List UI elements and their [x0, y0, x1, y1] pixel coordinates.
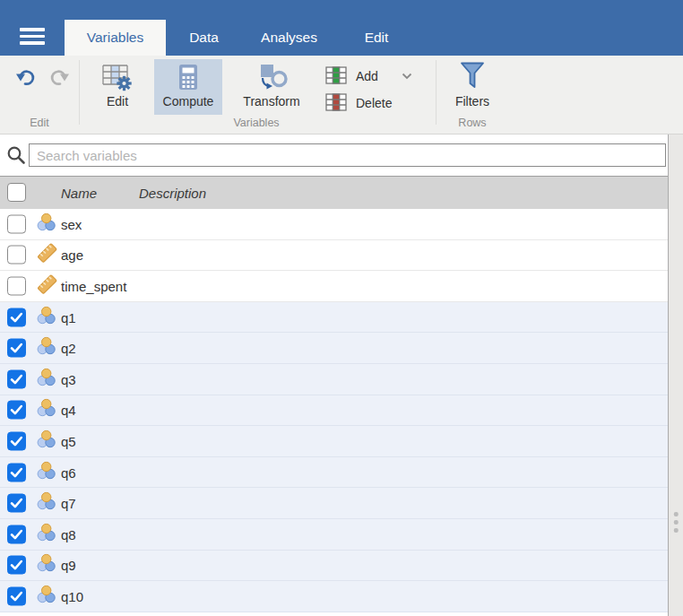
- variable-row[interactable]: q3: [0, 364, 668, 395]
- tab-edit[interactable]: Edit: [336, 20, 417, 56]
- table-header-row: Name Description: [0, 176, 668, 209]
- variable-name: q2: [61, 341, 76, 356]
- transform-button-label: Transform: [243, 94, 299, 108]
- checkmark-icon: [8, 370, 25, 387]
- row-checkbox[interactable]: [7, 401, 26, 420]
- add-table-icon: [325, 66, 347, 87]
- edit-grid-gear-icon: [102, 59, 133, 91]
- tab-data[interactable]: Data: [166, 20, 242, 56]
- hamburger-menu-icon[interactable]: [20, 28, 45, 48]
- redo-button[interactable]: [47, 69, 70, 89]
- splitter-grip-icon[interactable]: [674, 512, 679, 536]
- panel-splitter[interactable]: [668, 134, 683, 616]
- variable-name: age: [61, 247, 83, 263]
- search-variables-input[interactable]: [29, 143, 666, 167]
- calculator-icon: [177, 59, 199, 91]
- row-checkbox[interactable]: [7, 339, 26, 358]
- checkmark-icon: [8, 402, 25, 419]
- toolbar-divider: [436, 60, 437, 125]
- select-all-checkbox[interactable]: [7, 183, 26, 202]
- nominal-icon: [37, 554, 56, 577]
- nominal-icon: [37, 213, 56, 235]
- nominal-icon: [37, 399, 56, 421]
- row-checkbox[interactable]: [7, 214, 26, 233]
- variable-name: q1: [61, 309, 76, 325]
- transform-variable-button[interactable]: Transform: [229, 59, 314, 108]
- checkmark-icon: [8, 308, 25, 325]
- nominal-icon: [37, 523, 56, 545]
- variable-row[interactable]: q2: [0, 333, 668, 364]
- compute-button-label: Compute: [163, 94, 214, 108]
- title-bar: Variables Data Analyses Edit: [0, 0, 683, 56]
- delete-button-label: Delete: [356, 96, 392, 110]
- checkmark-icon: [8, 432, 25, 449]
- column-header-description: Description: [139, 186, 206, 201]
- variable-name: q3: [61, 371, 76, 386]
- add-button-label: Add: [356, 69, 378, 83]
- undo-icon: [15, 68, 38, 91]
- edit-variable-button[interactable]: Edit: [88, 59, 147, 108]
- row-checkbox[interactable]: [7, 463, 26, 482]
- checkmark-icon: [8, 464, 25, 481]
- nominal-icon: [37, 585, 56, 607]
- nominal-icon: [37, 429, 56, 452]
- column-header-name: Name: [61, 186, 97, 201]
- search-icon: [6, 145, 26, 169]
- checkmark-icon: [8, 340, 25, 357]
- variable-row[interactable]: q8: [0, 519, 668, 551]
- variable-name: q6: [61, 464, 76, 480]
- row-checkbox[interactable]: [7, 431, 26, 450]
- continuous-icon: [37, 273, 57, 298]
- row-checkbox[interactable]: [7, 556, 26, 575]
- edit-group-label: Edit: [0, 117, 79, 129]
- nominal-icon: [37, 337, 56, 360]
- variable-row[interactable]: q10: [0, 581, 668, 612]
- add-variable-button[interactable]: Add: [325, 63, 422, 90]
- nominal-icon: [37, 306, 56, 328]
- variable-row[interactable]: q5: [0, 426, 668, 457]
- variable-name: q5: [61, 433, 76, 448]
- nominal-icon: [37, 461, 56, 483]
- variable-row[interactable]: q6: [0, 457, 668, 489]
- variable-name: q4: [61, 403, 76, 418]
- variable-row[interactable]: q9: [0, 551, 668, 582]
- row-checkbox[interactable]: [7, 525, 26, 543]
- edit-button-label: Edit: [107, 94, 128, 108]
- ribbon-tabs: Variables Data Analyses Edit: [65, 20, 417, 56]
- variable-name: q8: [61, 526, 76, 542]
- continuous-icon: [37, 243, 57, 267]
- redo-icon: [48, 68, 70, 91]
- undo-button[interactable]: [14, 69, 38, 89]
- nominal-icon: [37, 492, 56, 515]
- row-checkbox[interactable]: [7, 246, 26, 265]
- nominal-icon: [37, 368, 56, 390]
- transform-icon: [255, 59, 289, 91]
- variables-panel: Name Description sex: [0, 176, 668, 616]
- variable-row[interactable]: sex: [0, 209, 668, 240]
- row-checkbox[interactable]: [7, 494, 26, 513]
- compute-variable-button[interactable]: Compute: [154, 59, 222, 115]
- checkmark-icon: [8, 525, 25, 542]
- tab-analyses[interactable]: Analyses: [242, 20, 336, 56]
- variable-name: q7: [61, 496, 76, 511]
- variable-row[interactable]: time_spent: [0, 271, 668, 302]
- row-checkbox[interactable]: [7, 369, 26, 388]
- delete-variable-button[interactable]: Delete: [325, 90, 422, 117]
- delete-table-icon: [325, 93, 347, 114]
- variable-row[interactable]: q1: [0, 302, 668, 334]
- filters-button[interactable]: Filters: [445, 59, 500, 108]
- variables-group-label: Variables: [82, 117, 430, 129]
- row-checkbox[interactable]: [7, 308, 26, 326]
- variable-row[interactable]: q7: [0, 488, 668, 519]
- variable-row[interactable]: age: [0, 240, 668, 272]
- variable-row[interactable]: q4: [0, 395, 668, 427]
- row-checkbox[interactable]: [7, 586, 26, 605]
- rows-group-label: Rows: [445, 117, 500, 129]
- toolbar: Edit: [0, 56, 683, 134]
- variable-name: q9: [61, 558, 76, 573]
- toolbar-divider: [79, 60, 80, 125]
- row-checkbox[interactable]: [7, 276, 26, 295]
- tab-variables[interactable]: Variables: [65, 20, 166, 56]
- checkmark-icon: [8, 495, 25, 512]
- chevron-down-icon[interactable]: [402, 73, 412, 80]
